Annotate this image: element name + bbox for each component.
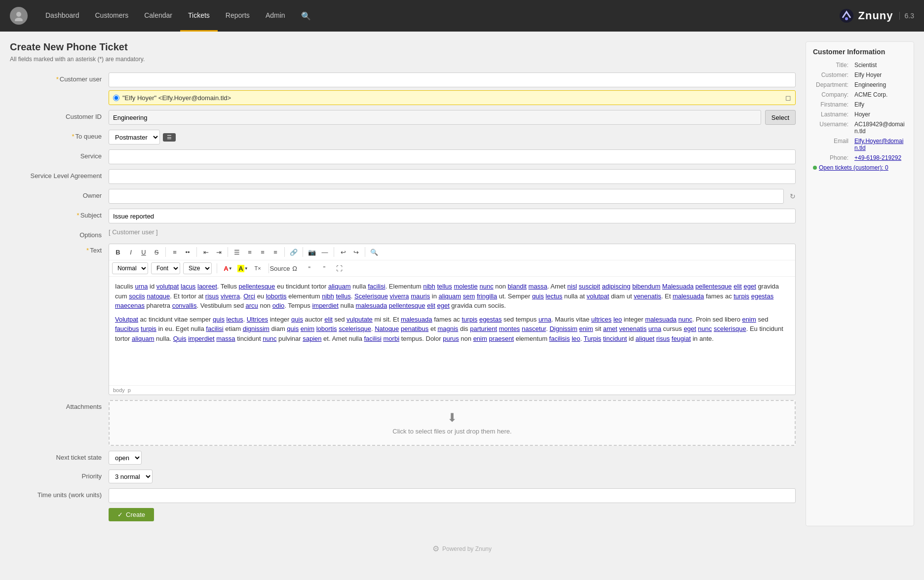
- align-left-button[interactable]: ☰: [231, 246, 243, 258]
- blockquote-right-button[interactable]: ”: [318, 262, 330, 274]
- outdent-button[interactable]: ⇤: [200, 246, 212, 258]
- toolbar-divider-1: [165, 247, 166, 257]
- text-row: *Text B I U S ≡ •• ⇤ ⇥: [10, 244, 796, 395]
- info-label-username: Username:: [813, 121, 852, 135]
- text-wrap: B I U S ≡ •• ⇤ ⇥ ☰ ≡ ≡ ≡: [109, 244, 796, 395]
- search-replace-button[interactable]: 🔍: [368, 246, 380, 258]
- app-name: Znuny: [858, 9, 893, 22]
- open-tickets-value: 0: [885, 164, 888, 171]
- info-label-company: Company:: [813, 91, 852, 98]
- customer-user-radio[interactable]: [113, 95, 119, 101]
- info-row-lastname: Lastname: Hoyer: [813, 111, 907, 118]
- customer-user-input[interactable]: [109, 72, 796, 87]
- create-label: Create: [126, 511, 145, 518]
- text-style-select[interactable]: Normal: [112, 262, 148, 274]
- special-chars-button[interactable]: Ω: [289, 262, 301, 274]
- nav-item-reports[interactable]: Reports: [218, 0, 258, 32]
- create-button[interactable]: ✓ Create: [109, 508, 154, 521]
- indent-button[interactable]: ⇥: [213, 246, 225, 258]
- time-units-input[interactable]: [109, 488, 796, 503]
- open-tickets-label: Open tickets (customer):: [819, 164, 884, 171]
- redo-button[interactable]: ↪: [350, 246, 362, 258]
- time-units-row: Time units (work units): [10, 488, 796, 503]
- time-units-wrap: [109, 488, 796, 503]
- priority-wrap: 3 normal: [109, 470, 796, 483]
- service-input[interactable]: [109, 149, 796, 164]
- info-value-email[interactable]: Elfy.Hoyer@domain.tld: [854, 138, 907, 151]
- refresh-icon[interactable]: ↻: [790, 192, 796, 200]
- align-right-button[interactable]: ≡: [257, 246, 269, 258]
- toolbar-divider-5: [303, 247, 303, 257]
- bg-color-button[interactable]: A ▼: [237, 262, 249, 274]
- ordered-list-button[interactable]: ≡: [169, 246, 181, 258]
- info-value-title: Scientist: [854, 62, 877, 69]
- font-family-select[interactable]: Font: [151, 262, 180, 274]
- source-button[interactable]: Source: [274, 262, 286, 274]
- next-ticket-state-select[interactable]: open: [109, 451, 142, 465]
- customer-user-selected: "Elfy Hoyer" <Elfy.Hoyer@domain.tld> ◻: [109, 90, 796, 105]
- nav-item-admin[interactable]: Admin: [258, 0, 293, 32]
- source-label: Source: [270, 265, 290, 272]
- footer-logo-icon: ⚙: [432, 544, 439, 553]
- align-center-button[interactable]: ≡: [244, 246, 256, 258]
- upload-icon: ⬇: [119, 411, 785, 425]
- search-icon[interactable]: 🔍: [293, 1, 319, 31]
- priority-select[interactable]: 3 normal: [109, 470, 153, 483]
- subject-row: *Subject: [10, 209, 796, 223]
- image-button[interactable]: 📷: [306, 246, 318, 258]
- customer-id-input[interactable]: [109, 110, 761, 125]
- info-value-department: Engineering: [854, 81, 886, 88]
- strikethrough-button[interactable]: S: [151, 246, 162, 258]
- owner-label: Owner: [10, 189, 109, 199]
- attachments-wrap: ⬇ Click to select files or just drop the…: [109, 400, 796, 446]
- toolbar-divider-7: [365, 247, 365, 257]
- editor-toolbar-row1: B I U S ≡ •• ⇤ ⇥ ☰ ≡ ≡ ≡: [109, 244, 795, 260]
- owner-input[interactable]: [109, 189, 784, 204]
- toolbar-divider-3: [228, 247, 228, 257]
- info-row-company: Company: ACME Corp.: [813, 91, 907, 98]
- main-nav: Dashboard Customers Calendar Tickets Rep…: [38, 0, 319, 32]
- nav-item-calendar[interactable]: Calendar: [136, 0, 180, 32]
- editor-body[interactable]: Iaculis urna id volutpat lacus laoreet. …: [109, 277, 795, 385]
- open-tickets-link[interactable]: Open tickets (customer): 0: [819, 164, 888, 171]
- customer-info-title: Customer Information: [813, 48, 907, 56]
- options-customer-user-link[interactable]: [ Customer user ]: [109, 228, 158, 236]
- avatar[interactable]: [10, 7, 28, 25]
- font-size-select[interactable]: Size: [183, 262, 212, 274]
- blockquote-button[interactable]: “: [304, 262, 315, 274]
- nav-item-tickets[interactable]: Tickets: [180, 0, 218, 32]
- info-value-firstname: Elfy: [854, 101, 864, 108]
- nav-item-dashboard[interactable]: Dashboard: [38, 0, 87, 32]
- customer-user-value: "Elfy Hoyer" <Elfy.Hoyer@domain.tld>: [122, 94, 785, 102]
- to-queue-label: *To queue: [10, 130, 109, 140]
- clear-format-button[interactable]: T×: [252, 262, 264, 274]
- options-label: Options: [10, 228, 109, 239]
- to-queue-select[interactable]: Postmaster: [109, 130, 160, 145]
- link-button[interactable]: 🔗: [288, 246, 300, 258]
- text-editor: B I U S ≡ •• ⇤ ⇥ ☰ ≡ ≡ ≡: [109, 244, 796, 395]
- bold-button[interactable]: B: [112, 246, 124, 258]
- customer-info-panel: Customer Information Title: Scientist Cu…: [806, 41, 914, 526]
- customer-id-select-button[interactable]: Select: [765, 110, 796, 125]
- horizontal-rule-button[interactable]: ―: [319, 246, 331, 258]
- font-color-button[interactable]: A ▼: [222, 262, 234, 274]
- toolbar-divider-4: [284, 247, 285, 257]
- toolbar-divider-6: [334, 247, 334, 257]
- info-value-phone[interactable]: +49-6198-219292: [854, 154, 901, 161]
- owner-wrap: ↻: [109, 189, 796, 204]
- subject-input[interactable]: [109, 209, 796, 223]
- customer-user-remove-icon[interactable]: ◻: [785, 94, 791, 102]
- sla-label: Service Level Agreement: [10, 169, 109, 180]
- attachments-dropzone[interactable]: ⬇ Click to select files or just drop the…: [109, 400, 796, 446]
- nav-item-customers[interactable]: Customers: [87, 0, 137, 32]
- align-justify-button[interactable]: ≡: [270, 246, 281, 258]
- undo-button[interactable]: ↩: [337, 246, 349, 258]
- unordered-list-button[interactable]: ••: [182, 246, 193, 258]
- sla-input[interactable]: [109, 169, 796, 184]
- fullscreen-button[interactable]: ⛶: [333, 262, 345, 274]
- service-row: Service: [10, 149, 796, 164]
- owner-row: Owner ↻: [10, 189, 796, 204]
- underline-button[interactable]: U: [138, 246, 150, 258]
- italic-button[interactable]: I: [125, 246, 137, 258]
- subject-wrap: [109, 209, 796, 223]
